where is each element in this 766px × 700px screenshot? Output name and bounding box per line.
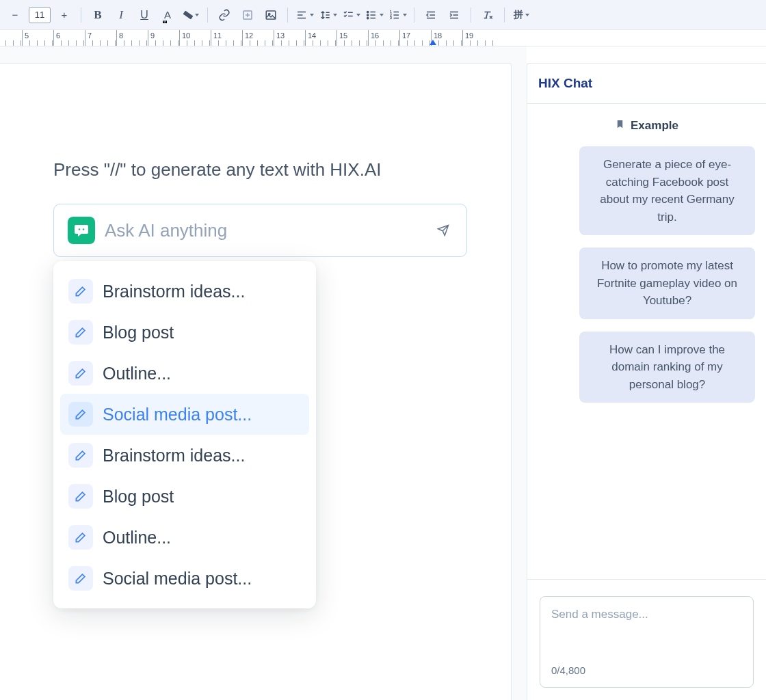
- font-size-decrease-button[interactable]: −: [5, 5, 25, 25]
- pencil-icon: [68, 566, 93, 591]
- ruler-tick: 9: [148, 30, 179, 46]
- chat-body: Example Generate a piece of eye-catching…: [527, 104, 766, 579]
- ruler-tick: 5: [22, 30, 53, 46]
- bold-button[interactable]: B: [88, 5, 107, 25]
- clear-formatting-button[interactable]: [478, 5, 497, 25]
- chat-input-box: 0/4,800: [540, 596, 754, 688]
- ask-ai-input[interactable]: [105, 220, 424, 241]
- pencil-icon: [68, 484, 93, 509]
- suggestion-label: Brainstorm ideas...: [103, 282, 245, 301]
- ruler-tick: 13: [274, 30, 305, 46]
- pencil-icon: [68, 279, 93, 304]
- underline-button[interactable]: U: [135, 5, 154, 25]
- ai-suggestions-dropdown: Brainstorm ideas...Blog postOutline...So…: [53, 261, 316, 608]
- send-icon[interactable]: [434, 221, 453, 240]
- editor-hint-text: Press "//" to generate any text with HIX…: [53, 159, 467, 180]
- ruler-tick: 14: [305, 30, 336, 46]
- checklist-button[interactable]: [341, 5, 360, 25]
- suggestion-item[interactable]: Blog post: [60, 312, 309, 353]
- suggestion-label: Blog post: [103, 487, 174, 507]
- svg-point-3: [367, 11, 368, 12]
- suggestion-item[interactable]: Blog post: [60, 476, 309, 517]
- chat-example-label: Example: [631, 119, 678, 133]
- ruler-tick: 17: [399, 30, 431, 46]
- suggestion-label: Social media post...: [103, 569, 252, 589]
- suggestion-item[interactable]: Social media post...: [60, 558, 309, 599]
- insert-button[interactable]: [238, 5, 257, 25]
- pencil-icon: [68, 402, 93, 427]
- pencil-icon: [68, 525, 93, 550]
- ai-chat-icon: [68, 217, 95, 244]
- ruler-tick: 4: [0, 30, 22, 46]
- italic-button[interactable]: I: [111, 5, 131, 25]
- text-color-button[interactable]: A: [158, 5, 177, 25]
- suggestion-label: Outline...: [103, 364, 171, 383]
- ruler-tick: 7: [85, 30, 116, 46]
- chat-example-card[interactable]: How to promote my latest Fortnite gamepl…: [579, 247, 755, 319]
- pencil-icon: [68, 320, 93, 345]
- link-button[interactable]: [215, 5, 234, 25]
- ruler-tick: 10: [179, 30, 211, 46]
- image-button[interactable]: [261, 5, 280, 25]
- editor-area: Press "//" to generate any text with HIX…: [0, 46, 527, 700]
- svg-point-9: [79, 228, 80, 230]
- suggestion-label: Blog post: [103, 323, 174, 342]
- font-size-input[interactable]: 11: [29, 7, 51, 23]
- indent-decrease-button[interactable]: [421, 5, 440, 25]
- suggestion-item[interactable]: Social media post...: [60, 394, 309, 435]
- align-button[interactable]: [295, 5, 314, 25]
- suggestion-label: Social media post...: [103, 405, 252, 425]
- font-size-increase-button[interactable]: +: [55, 5, 74, 25]
- highlight-button[interactable]: [181, 5, 200, 25]
- ruler: 345678910111213141516171819: [0, 30, 766, 46]
- chat-example-card[interactable]: How can I improve the domain ranking of …: [579, 332, 755, 403]
- suggestion-item[interactable]: Brainstorm ideas...: [60, 271, 309, 312]
- ruler-tick: 16: [368, 30, 399, 46]
- ruler-tick: 19: [462, 30, 494, 46]
- svg-point-5: [367, 17, 368, 18]
- pencil-icon: [68, 361, 93, 386]
- svg-point-10: [83, 228, 84, 230]
- chat-message-input[interactable]: [551, 608, 742, 659]
- bullet-list-button[interactable]: [365, 5, 384, 25]
- bookmark-icon: [615, 119, 625, 133]
- formatting-toolbar: − 11 + B I U A 123 拼: [0, 0, 766, 30]
- ruler-marker-icon[interactable]: [430, 40, 436, 45]
- chat-example-card[interactable]: Generate a piece of eye-catching Faceboo…: [579, 146, 755, 235]
- ruler-tick: 6: [53, 30, 85, 46]
- ruler-tick: 11: [211, 30, 242, 46]
- suggestion-item[interactable]: Outline...: [60, 517, 309, 558]
- suggestion-item[interactable]: Outline...: [60, 353, 309, 394]
- chat-example-header: Example: [538, 119, 755, 133]
- ruler-tick: 12: [242, 30, 274, 46]
- numbered-list-button[interactable]: 123: [388, 5, 407, 25]
- ruler-tick: 15: [336, 30, 368, 46]
- suggestion-item[interactable]: Brainstorm ideas...: [60, 435, 309, 476]
- pinyin-button[interactable]: 拼: [512, 5, 531, 25]
- ruler-tick: 8: [116, 30, 148, 46]
- svg-point-4: [367, 14, 368, 15]
- chat-char-count: 0/4,800: [551, 664, 742, 676]
- ask-ai-bar: [53, 204, 467, 257]
- line-spacing-button[interactable]: [318, 5, 337, 25]
- indent-increase-button[interactable]: [445, 5, 464, 25]
- suggestion-label: Outline...: [103, 528, 171, 548]
- chat-input-area: 0/4,800: [527, 579, 766, 700]
- suggestion-label: Brainstorm ideas...: [103, 446, 245, 466]
- chat-panel: HIX Chat Example Generate a piece of eye…: [527, 63, 766, 700]
- pencil-icon: [68, 443, 93, 468]
- chat-panel-title: HIX Chat: [527, 64, 766, 104]
- svg-text:3: 3: [390, 16, 392, 20]
